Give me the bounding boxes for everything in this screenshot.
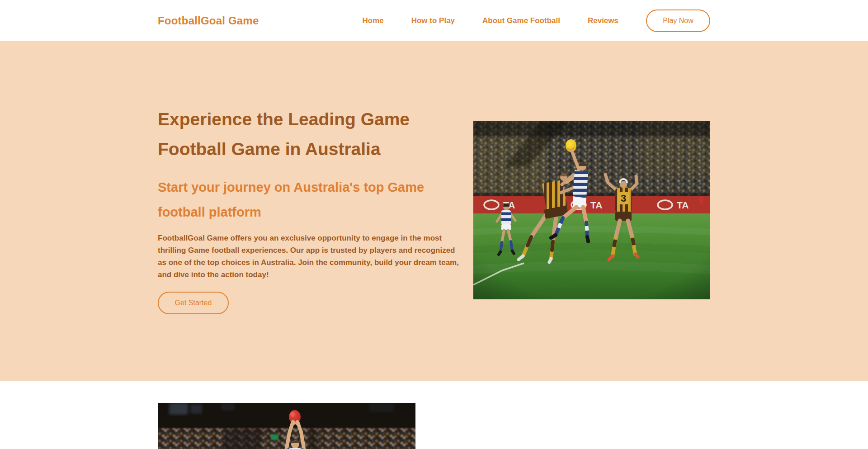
hero-text-block: Experience the Leading Game Football Gam… xyxy=(158,104,474,314)
hero-heading: Experience the Leading Game Football Gam… xyxy=(158,104,474,164)
hero-inner: Experience the Leading Game Football Gam… xyxy=(158,41,710,381)
header-inner: FootballGoal Game Home How to Play About… xyxy=(158,0,710,41)
nav-how-to-play[interactable]: How to Play xyxy=(411,16,455,25)
lower-image-svg xyxy=(158,403,415,449)
nav-home[interactable]: Home xyxy=(362,16,383,25)
hero-subheading: Start your journey on Australia's top Ga… xyxy=(158,175,474,225)
hero-section: Experience the Leading Game Football Gam… xyxy=(0,41,868,381)
get-started-button[interactable]: Get Started xyxy=(158,292,229,314)
main-nav: Home How to Play About Game Football Rev… xyxy=(362,16,618,25)
lower-inner xyxy=(158,381,710,449)
site-logo[interactable]: FootballGoal Game xyxy=(158,14,259,27)
hero-image-svg: TA TA TA xyxy=(473,121,710,299)
play-now-button[interactable]: Play Now xyxy=(646,9,710,32)
site-header: FootballGoal Game Home How to Play About… xyxy=(0,0,868,41)
lower-image xyxy=(158,403,415,449)
hero-image: TA TA TA xyxy=(473,121,710,299)
lower-section xyxy=(0,381,868,449)
hero-paragraph: FootballGoal Game offers you an exclusiv… xyxy=(158,232,462,281)
nav-about-game-football[interactable]: About Game Football xyxy=(482,16,560,25)
nav-reviews[interactable]: Reviews xyxy=(588,16,618,25)
